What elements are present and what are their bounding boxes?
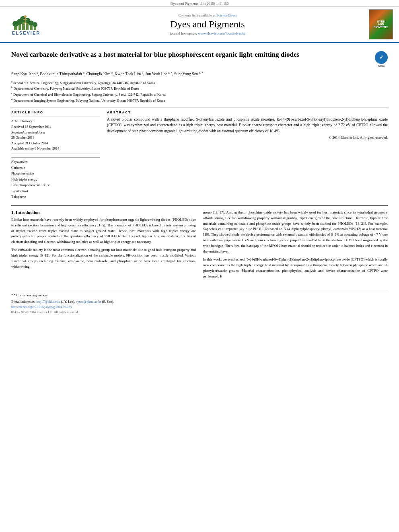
keyword-carbazole: Carbazole bbox=[11, 165, 100, 170]
article-info-heading: ARTICLE INFO bbox=[11, 111, 100, 114]
body-right-col: group [13–17]. Among them, phosphine oxi… bbox=[203, 210, 388, 282]
keyword-blue-device: Blue phosphorescent device bbox=[11, 182, 100, 188]
journal-header: ELSEVIER Contents lists available at Sci… bbox=[0, 7, 399, 43]
received-revised-label: Received in revised form bbox=[11, 130, 100, 136]
affiliation-a: a School of Chemical Engineering, Sungky… bbox=[11, 80, 388, 86]
email-prefix: E-mail addresses: bbox=[11, 300, 36, 304]
available-online-date: Available online 8 November 2014 bbox=[11, 146, 100, 152]
journal-cover-thumbnail: dyesandpigments bbox=[369, 9, 393, 39]
article-title-text: Novel carbazole derivative as a host mat… bbox=[11, 50, 371, 60]
keyword-high-triplet: High triplet energy bbox=[11, 177, 100, 182]
cover-title-text: dyesandpigments bbox=[374, 20, 389, 29]
email1-link[interactable]: leej17@skku.edu bbox=[36, 300, 60, 304]
email-line: E-mail addresses: leej17@skku.edu (J.Y. … bbox=[11, 299, 388, 304]
keyword-bipolar: Bipolar host bbox=[11, 188, 100, 194]
article-history-box: Article history: Received 15 September 2… bbox=[11, 117, 100, 154]
article-title-block: Novel carbazole derivative as a host mat… bbox=[11, 50, 388, 68]
elsevier-logo-block: ELSEVIER bbox=[4, 9, 48, 39]
intro-paragraph-2: The carbazole moiety is the most common … bbox=[11, 247, 196, 270]
intro-paragraph-1: Bipolar host materials have recently bee… bbox=[11, 217, 196, 245]
homepage-link[interactable]: www.elsevier.com/locate/dyepig bbox=[198, 31, 245, 35]
body-two-col: 1. Introduction Bipolar host materials h… bbox=[11, 210, 388, 282]
journal-header-center: Contents lists available at ScienceDirec… bbox=[52, 9, 363, 39]
article-footer: * * Corresponding authors. E-mail addres… bbox=[11, 290, 388, 314]
email1-name: (J.Y. Lee), bbox=[61, 300, 75, 304]
affiliations-block: a School of Chemical Engineering, Sungky… bbox=[11, 80, 388, 103]
crossmark-block: ✓ CHat bbox=[375, 50, 388, 68]
abstract-text: A novel bipolar compound with a thiophen… bbox=[107, 117, 388, 134]
received-date: Received 15 September 2014 bbox=[11, 124, 100, 130]
section-number: 1. bbox=[11, 210, 14, 215]
article-info-abstract-block: ARTICLE INFO Article history: Received 1… bbox=[11, 107, 388, 200]
keyword-phosphine: Phosphine oxide bbox=[11, 170, 100, 176]
section-title: Introduction bbox=[16, 210, 40, 215]
authors-line: Sang Kyu Jeon a, Bodakuntla Thirupathaia… bbox=[11, 71, 388, 77]
email2-link[interactable]: syseo@pknu.ac.kr bbox=[76, 300, 101, 304]
keywords-box: Keywords: Carbazole Phosphine oxide High… bbox=[11, 157, 100, 200]
accepted-date: Accepted 31 October 2014 bbox=[11, 141, 100, 146]
elsevier-label: ELSEVIER bbox=[12, 31, 40, 35]
keywords-heading: Keywords: bbox=[11, 160, 100, 164]
crossmark-label: CHat bbox=[378, 64, 385, 68]
article-content: Novel carbazole derivative as a host mat… bbox=[0, 43, 399, 318]
received-revised-date: 28 October 2014 bbox=[11, 135, 100, 141]
svg-rect-2 bbox=[22, 21, 25, 30]
right-paragraph-1: group [13–17]. Among them, phosphine oxi… bbox=[203, 210, 388, 255]
body-left-col: 1. Introduction Bipolar host materials h… bbox=[11, 210, 196, 282]
introduction-title: 1. Introduction bbox=[11, 210, 196, 215]
homepage-prefix: journal homepage: bbox=[170, 31, 198, 35]
affiliation-d: d Department of Imaging System Engineeri… bbox=[11, 97, 388, 103]
svg-point-12 bbox=[24, 15, 27, 18]
crossmark-badge: ✓ bbox=[375, 51, 388, 64]
doi-link[interactable]: http://dx.doi.org/10.1016/j.dyepig.2014.… bbox=[11, 305, 72, 309]
corresponding-label: * Corresponding authors. bbox=[14, 293, 48, 297]
svg-rect-4 bbox=[30, 25, 33, 30]
journal-homepage-line: journal homepage: www.elsevier.com/locat… bbox=[170, 31, 245, 35]
introduction-section: 1. Introduction Bipolar host materials h… bbox=[11, 205, 388, 282]
abstract-heading: ABSTRACT bbox=[107, 111, 388, 114]
abstract-copyright: © 2014 Elsevier Ltd. All rights reserved… bbox=[107, 136, 388, 140]
abstract-column: ABSTRACT A novel bipolar compound with a… bbox=[107, 111, 388, 200]
svg-point-11 bbox=[33, 22, 37, 27]
sciencedirect-prefix: Contents lists available at bbox=[179, 13, 216, 17]
sciencedirect-link[interactable]: ScienceDirect bbox=[216, 13, 237, 17]
article-info-column: ARTICLE INFO Article history: Received 1… bbox=[11, 111, 100, 200]
journal-cover-area: dyesandpigments bbox=[367, 9, 395, 39]
corresponding-authors-note: * * Corresponding authors. bbox=[11, 293, 388, 298]
right-paragraph-2: In this work, we synthesized (5-(4-(9H-c… bbox=[203, 257, 388, 279]
journal-citation: Dyes and Pigments 114 (2015) 146–150 bbox=[171, 2, 229, 6]
email2-name: (S. Seo). bbox=[102, 300, 114, 304]
journal-top-bar: Dyes and Pigments 114 (2015) 146–150 bbox=[0, 0, 399, 7]
page-wrapper: Dyes and Pigments 114 (2015) 146–150 bbox=[0, 0, 399, 318]
sciencedirect-line: Contents lists available at ScienceDirec… bbox=[179, 13, 237, 17]
doi-line: http://dx.doi.org/10.1016/j.dyepig.2014.… bbox=[11, 305, 388, 309]
keyword-thiophene: Thiophene bbox=[11, 194, 100, 199]
elsevier-tree-icon bbox=[12, 13, 40, 31]
journal-title: Dyes and Pigments bbox=[170, 19, 245, 30]
crossmark-icon: ✓ bbox=[379, 54, 384, 61]
abstract-section: A novel bipolar compound with a thiophen… bbox=[107, 117, 388, 140]
issn-line: 0143-7208/© 2014 Elsevier Ltd. All right… bbox=[11, 310, 388, 314]
affiliation-b: b Department of Chemistry, Pukyong Natio… bbox=[11, 85, 388, 91]
article-history-title: Article history: bbox=[11, 119, 100, 123]
affiliation-c: c Department of Chemical and Biomolecula… bbox=[11, 91, 388, 97]
